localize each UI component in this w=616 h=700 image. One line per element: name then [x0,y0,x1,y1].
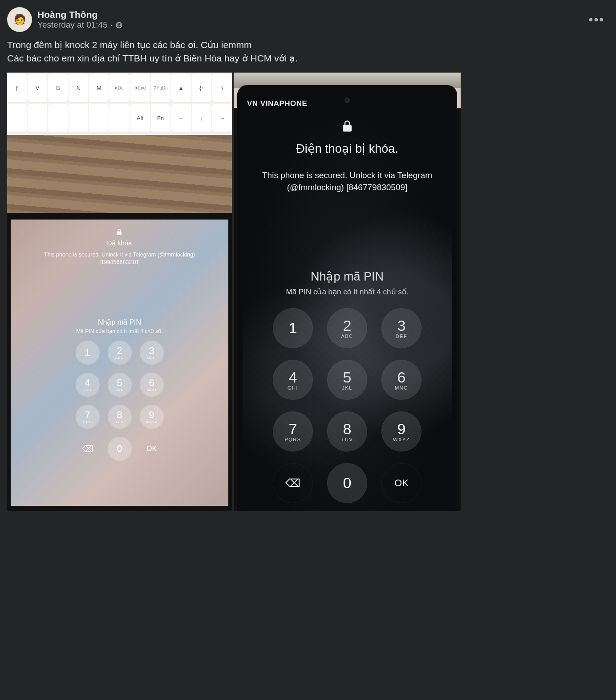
digit-key-5[interactable]: 5JKL [108,373,132,397]
digit-key-8[interactable]: 8TUV [327,411,367,452]
meta-dot: · [110,20,113,30]
tablet-lockscreen: Đã khóa This phone is secured. Unlock it… [11,220,228,506]
carrier-label: VN VINAPHONE [247,99,307,108]
digit-key-1[interactable]: 1 [76,341,100,365]
post-header: 🧑 Hoàng Thông Yesterday at 01:45 · ••• [7,7,609,32]
keyboard-key [89,104,109,133]
front-camera [344,98,350,103]
digit-key-9[interactable]: 9WXYZ [381,411,421,452]
tablet-keypad: 12ABC3DEF4GHI5JKL6MNO7PQRS8TUV9WXYZ⌫0OK [76,341,164,461]
avatar[interactable]: 🧑 [7,7,32,32]
keyboard-key: Fn [151,104,170,133]
tablet-lock-header: Đã khóa This phone is secured. Unlock it… [44,228,195,267]
backspace-key[interactable]: ⌫ [273,463,313,503]
tablet-lock-message: This phone is secured. Unlock it via Tel… [44,251,195,267]
tablet-pin-block: Nhập mã PIN Mã PIN của bạn có ít nhất 4 … [76,318,164,461]
keyboard-key [69,104,88,133]
keyboard-key: V [28,73,47,103]
keyboard-key: ▲ [171,73,191,103]
keyboard-key: ← [171,104,191,133]
digit-key-0[interactable]: 0 [108,437,132,461]
ok-key[interactable]: OK [140,437,164,461]
post-text: Trong đêm bị knock 2 máy liên tục các bá… [7,38,609,65]
digit-key-7[interactable]: 7PQRS [273,411,313,452]
lock-icon [44,228,195,237]
phone-lock-message: This phone is secured. Unlock it via Tel… [257,169,438,194]
keyboard-row-1: |\VBNM<Del>End?PgDn▲{↑} [7,73,232,103]
lock-icon [340,119,354,134]
keyboard-key: → [212,104,232,133]
phone-lock-message-l2: (@fmmlocking) [846779830509] [262,181,432,194]
keyboard-key: Alt [130,104,150,133]
tablet-pin-title: Nhập mã PIN [76,318,164,326]
tablet-lock-message-l2: [199856683210] [44,259,195,267]
digit-key-6[interactable]: 6MNO [140,373,164,397]
post-container: 🧑 Hoàng Thông Yesterday at 01:45 · ••• T… [0,0,616,65]
digit-key-6[interactable]: 6MNO [381,360,421,400]
digit-key-1[interactable]: 1 [273,308,313,348]
author-name[interactable]: Hoàng Thông [37,9,123,20]
keyboard-key: } [212,73,232,103]
keyboard-key: {↑ [192,73,211,103]
keyboard-key: ?PgDn [151,73,170,103]
keyboard-key: M [89,73,109,103]
phone-lock-title: Điện thoại bị khóa. [296,142,398,156]
digit-key-4[interactable]: 4GHI [273,360,313,400]
keyboard-key [109,104,129,133]
attached-image-right[interactable]: VN VINAPHONE Điện thoại bị khóa. This ph… [234,73,461,511]
keyboard-key [7,104,27,133]
tablet-lock-title: Đã khóa [44,239,195,247]
post-text-line-2: Các bác cho em xin địa chỉ TTBH uy tín ở… [7,52,609,65]
attached-image-left[interactable]: |\VBNM<Del>End?PgDn▲{↑} AltFn←↓→ Đã khóa… [7,73,232,511]
keyboard-row-2: AltFn←↓→ [7,104,232,133]
phone-pin-block: Nhập mã PIN Mã PIN của bạn có ít nhất 4 … [273,269,421,503]
keyboard-key [48,104,68,133]
keyboard-key: >End [130,73,150,103]
tablet-lock-message-l1: This phone is secured. Unlock it via Tel… [44,251,195,259]
desk-surface [7,135,232,213]
post-meta: Yesterday at 01:45 · [37,20,123,30]
digit-key-7[interactable]: 7PQRS [76,405,100,429]
digit-key-9[interactable]: 9WXYZ [140,405,164,429]
digit-key-0[interactable]: 0 [327,463,367,503]
globe-icon [115,21,123,29]
digit-key-5[interactable]: 5JKL [327,360,367,400]
author-meta: Hoàng Thông Yesterday at 01:45 · [37,9,123,30]
phone-keypad: 12ABC3DEF4GHI5JKL6MNO7PQRS8TUV9WXYZ⌫0OK [273,308,421,503]
digit-key-2[interactable]: 2ABC [327,308,367,348]
phone-pin-title: Nhập mã PIN [273,269,421,284]
keyboard-key [28,104,47,133]
keyboard-key: <Del [109,73,129,103]
image-attachments: |\VBNM<Del>End?PgDn▲{↑} AltFn←↓→ Đã khóa… [0,73,616,511]
timestamp[interactable]: Yesterday at 01:45 [37,20,108,30]
more-button[interactable]: ••• [589,12,604,27]
tablet-pin-subtitle: Mã PIN của bạn có ít nhất 4 chữ số. [76,328,164,334]
digit-key-4[interactable]: 4GHI [76,373,100,397]
post-text-line-1: Trong đêm bị knock 2 máy liên tục các bá… [7,38,609,52]
keyboard: |\VBNM<Del>End?PgDn▲{↑} AltFn←↓→ [7,73,232,135]
keyboard-key: N [69,73,88,103]
digit-key-8[interactable]: 8TUV [108,405,132,429]
keyboard-key: B [48,73,68,103]
keyboard-key: |\ [7,73,27,103]
digit-key-3[interactable]: 3DEF [140,341,164,365]
keyboard-key: ↓ [192,104,211,133]
digit-key-3[interactable]: 3DEF [381,308,421,348]
phone-lockscreen: VN VINAPHONE Điện thoại bị khóa. This ph… [243,95,452,511]
backspace-key[interactable]: ⌫ [76,437,100,461]
phone-lock-message-l1: This phone is secured. Unlock it via Tel… [262,169,432,182]
digit-key-2[interactable]: 2ABC [108,341,132,365]
phone-pin-subtitle: Mã PIN của bạn có ít nhất 4 chữ số. [273,287,421,297]
ok-key[interactable]: OK [381,463,421,503]
